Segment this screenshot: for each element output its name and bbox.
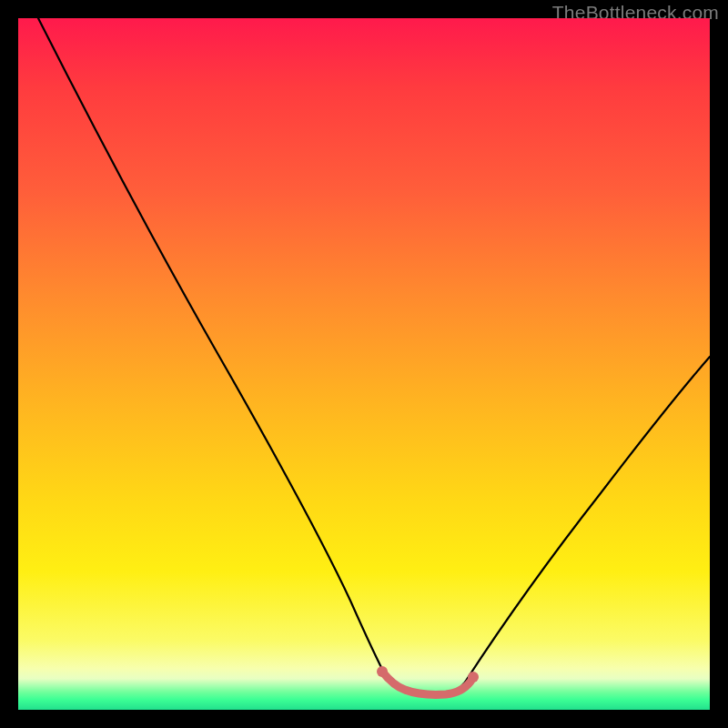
chart-svg	[18, 18, 710, 710]
chart-frame: TheBottleneck.com	[0, 0, 728, 728]
optimal-highlight	[377, 666, 479, 694]
plot-area	[18, 18, 710, 710]
svg-point-1	[468, 672, 479, 682]
bottleneck-curve	[38, 18, 710, 693]
